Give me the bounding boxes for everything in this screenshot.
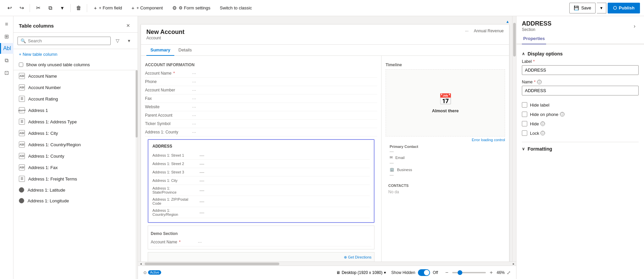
redo-button[interactable]: ↪ <box>16 3 27 13</box>
publish-button[interactable]: ⬡ Publish <box>608 3 640 13</box>
accordion-header-display[interactable]: ∧ Display options <box>522 50 639 59</box>
tab-details[interactable]: Details <box>174 45 196 56</box>
list-item[interactable]: Abldef Address 1 <box>13 105 138 116</box>
device-selector-button[interactable]: 🖥 Desktop (1920 x 1080) ▾ <box>336 270 386 275</box>
hide-label-checkbox[interactable] <box>522 102 527 108</box>
label-input[interactable] <box>522 65 639 75</box>
toggle-thumb <box>424 270 429 275</box>
layers-button[interactable]: ⧉ <box>1 55 12 66</box>
field-value: ··· <box>192 104 196 110</box>
email-value: — <box>390 161 394 165</box>
primary-contact-section: Primary Contact — ✉ Email — <box>386 142 505 181</box>
save-dropdown-button[interactable]: ▾ <box>597 3 606 13</box>
text-field-icon: Abl <box>19 84 25 90</box>
number-field-icon <box>19 187 24 193</box>
hide-on-phone-text: Hide on phone ⓘ <box>530 112 565 117</box>
field-row: Address 1:Country/Region — <box>152 207 370 218</box>
unused-columns-checkbox[interactable] <box>19 63 23 67</box>
display-options-accordion: ∧ Display options Label * Name * <box>522 50 639 138</box>
zoom-minus-button[interactable]: − <box>443 269 450 276</box>
canvas-with-scroll: ▲ New Account Account ··· Annual Revenue <box>138 16 516 262</box>
component-button[interactable]: + + Component <box>128 3 167 13</box>
list-item[interactable]: ☰ Address 1: Freight Terms <box>13 173 138 185</box>
field-value: ··· <box>192 71 196 76</box>
canvas-inner[interactable]: ▲ New Account Account ··· Annual Revenue <box>138 16 512 262</box>
name-input[interactable] <box>522 86 639 95</box>
history-dropdown-button[interactable]: ▾ <box>57 3 68 13</box>
hide-phone-info-icon[interactable]: ⓘ <box>560 112 565 117</box>
fit-to-screen-icon[interactable]: ⤢ <box>507 270 511 275</box>
scroll-up-btn[interactable]: ▲ <box>506 19 509 24</box>
accordion-header-formatting[interactable]: ∨ Formatting <box>522 145 639 153</box>
lock-info-icon[interactable]: ⓘ <box>540 131 545 135</box>
left-panel-title: Table columns <box>19 23 54 29</box>
copy-button[interactable]: ⧉ <box>45 3 56 13</box>
scroll-left-btn[interactable]: ◂ <box>138 262 143 266</box>
demo-section-title: Demo Section <box>151 229 371 238</box>
timeline-area: 📅 Almost there <box>386 69 505 136</box>
right-panel-body: ∧ Display options Label * Name * <box>516 44 644 279</box>
show-hidden-toggle[interactable] <box>418 269 430 276</box>
hide-on-phone-checkbox[interactable] <box>522 112 527 117</box>
left-panel-header: Table columns ✕ <box>13 16 138 33</box>
settings-icon: ⚙ <box>172 5 177 11</box>
filter-button[interactable]: ▽ <box>113 36 122 45</box>
list-item[interactable]: Abl Address 1: Fax <box>13 162 138 173</box>
unused-checkbox-row: Show only unused table columns <box>13 59 138 70</box>
field-label: Account Name * <box>145 71 192 76</box>
search-input[interactable] <box>28 38 108 43</box>
hide-info-icon[interactable]: ⓘ <box>540 121 545 126</box>
scrollbar-thumb[interactable] <box>136 70 138 137</box>
list-item[interactable]: Abl Account Name <box>13 70 138 82</box>
timeline-icon: 📅 <box>439 93 452 106</box>
tab-summary[interactable]: Summary <box>146 45 174 56</box>
controls-button[interactable]: ⊡ <box>1 67 12 78</box>
field-value: ··· <box>192 113 196 118</box>
new-column-row[interactable]: + New table column <box>13 49 138 59</box>
save-button[interactable]: 💾 Save <box>569 3 596 13</box>
scroll-right-btn[interactable]: ▸ <box>511 262 516 266</box>
undo-button[interactable]: ↩ <box>4 3 15 13</box>
more-actions-icon[interactable]: ··· <box>465 29 468 33</box>
get-directions-link[interactable]: ⊕ Get Directions <box>344 255 371 260</box>
column-name: Address 1: Fax <box>28 165 58 170</box>
list-item[interactable]: Address 1: Latitude <box>13 185 138 195</box>
cut-button[interactable]: ✂ <box>33 3 43 13</box>
form-settings-button[interactable]: ⚙ ⚙ Form settings <box>168 3 214 13</box>
zoom-plus-button[interactable]: + <box>488 269 495 276</box>
list-item[interactable]: Abl Address 1: City <box>13 127 138 139</box>
list-item[interactable]: Abl Account Number <box>13 82 138 93</box>
map-section: ⊕ Get Directions Map is disabled for thi… <box>148 252 374 262</box>
active-badge-button[interactable]: ⊙ Active <box>143 270 161 275</box>
field-label: Website <box>145 105 192 109</box>
zoom-slider[interactable] <box>452 272 486 273</box>
fields-button[interactable]: Abl <box>0 43 13 54</box>
v-scroll-thumb[interactable] <box>513 23 516 56</box>
columns-list: Abl Account Name Abl Account Number ☰ Ac… <box>13 70 138 279</box>
lock-checkbox[interactable] <box>522 130 527 136</box>
list-item[interactable]: ☰ Address 1: Address Type <box>13 116 138 127</box>
list-item[interactable]: Address 1: Longitude <box>13 195 138 206</box>
hide-checkbox[interactable] <box>522 121 527 126</box>
field-row: Phone ··· <box>145 78 377 86</box>
grid-button[interactable]: ⊞ <box>1 31 12 42</box>
list-item[interactable]: Abl Address 1: Country/Region <box>13 139 138 150</box>
sort-button[interactable]: ▾ <box>124 36 134 45</box>
delete-button[interactable]: 🗑 <box>73 3 84 13</box>
close-right-panel-button[interactable]: › <box>631 22 639 30</box>
account-info-section-title: ACCOUNT INFORMATION <box>145 60 377 69</box>
tab-properties[interactable]: Properties <box>522 33 546 44</box>
form-field-button[interactable]: + + Form field <box>90 3 126 13</box>
list-item[interactable]: Abl Address 1: County <box>13 150 138 162</box>
formatting-label: Formatting <box>528 146 552 152</box>
close-panel-button[interactable]: ✕ <box>124 22 132 30</box>
menu-button[interactable]: ≡ <box>1 19 12 30</box>
name-info-icon[interactable]: ⓘ <box>537 80 542 84</box>
error-link[interactable]: Error loading control <box>472 138 505 142</box>
required-star-2: * <box>534 80 536 84</box>
h-scroll-thumb[interactable] <box>145 263 279 265</box>
business-value: — <box>390 173 394 177</box>
right-panel: ADDRESS Section › Properties ∧ Display o… <box>516 16 644 279</box>
switch-classic-button[interactable]: Switch to classic <box>216 3 256 13</box>
list-item[interactable]: ☰ Account Rating <box>13 93 138 105</box>
